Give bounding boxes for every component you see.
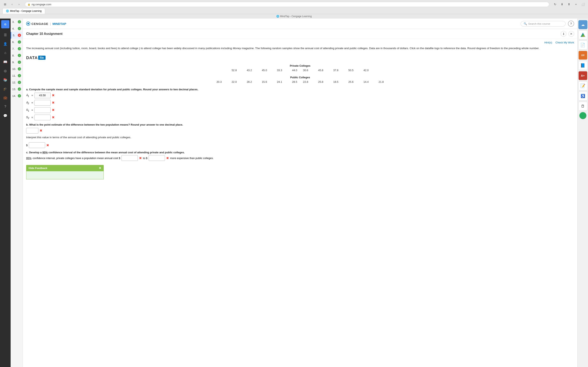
feedback-close-btn[interactable]: ✕: [99, 166, 101, 170]
question-number-4: 4.: [12, 27, 15, 30]
cengage-text: CENGAGE: [31, 22, 48, 25]
s2-error-icon[interactable]: ✖: [52, 115, 54, 119]
question-list: 3. ✓ 4. ✓ 5. ✕ 6. ✓ 7. ✓ 8. ✓ 9. ✓ 10. ✓: [11, 18, 23, 367]
cloud-tool-btn[interactable]: ☁: [579, 20, 587, 29]
ci-to-label: to $: [143, 157, 147, 160]
file-badge: file: [38, 56, 45, 60]
book-tool-btn[interactable]: 📘: [579, 61, 587, 70]
question-item-13[interactable]: 13. ✓: [11, 86, 23, 92]
docs-tool-btn[interactable]: 📄: [579, 41, 587, 50]
dollar-input[interactable]: [29, 142, 45, 148]
ci-lower-error-icon[interactable]: ✖: [139, 156, 142, 160]
briefcase-icon-btn[interactable]: 💼: [1, 94, 9, 102]
sidebar-toggle-btn[interactable]: ⊞: [2, 2, 8, 7]
s1-input[interactable]: [34, 107, 51, 113]
assignment-controls: ℹ ✕: [561, 31, 574, 37]
info-btn[interactable]: ℹ: [561, 31, 566, 37]
home-icon-btn[interactable]: ⌂: [1, 49, 9, 57]
x2-row: x̄2 = ✖: [26, 100, 574, 106]
question-number-13: 13.: [12, 88, 16, 91]
ci-lower-input[interactable]: [121, 155, 138, 161]
reload-btn[interactable]: ↻: [553, 2, 558, 7]
tab-favicon: 🌐: [6, 9, 9, 12]
action-bar: Hint(s) Check My Work: [26, 41, 574, 44]
datafile-logo[interactable]: DATA file: [26, 55, 45, 60]
office-tool-btn[interactable]: Off: [579, 51, 587, 60]
question-status-4: ✓: [18, 27, 21, 30]
question-status-9: ✓: [18, 60, 21, 64]
question-item-10[interactable]: 10. ✓: [11, 66, 23, 72]
active-tab[interactable]: 🌐 MindTap - Cengage Learning: [2, 8, 45, 14]
person-icon-btn[interactable]: 👤: [1, 40, 9, 48]
point-estimate-error-icon[interactable]: ✖: [40, 129, 42, 133]
dollar-error-icon[interactable]: ✖: [46, 143, 49, 147]
question-status-5: ✕: [18, 34, 21, 37]
question-item-3[interactable]: 3. ✓: [11, 18, 23, 25]
chart-icon-btn[interactable]: ◎: [1, 67, 9, 75]
part-a-text: a. Compute the sample mean and sample st…: [26, 88, 574, 91]
ci-upper-error-icon[interactable]: ✖: [166, 156, 169, 160]
x2-error-icon[interactable]: ✖: [52, 101, 54, 105]
question-item-12[interactable]: 12. ✓: [11, 79, 23, 86]
graduation-icon-btn[interactable]: 🎓: [1, 85, 9, 93]
confidence-pct: 95%: [43, 151, 48, 154]
private-data-row1: 52.8 43.2 45.0 33.3 44.0: [229, 69, 300, 72]
x1-error-icon[interactable]: ✖: [52, 93, 54, 97]
hints-link[interactable]: Hint(s): [544, 41, 552, 44]
notes-tool-btn[interactable]: 📝: [579, 81, 587, 90]
drive-tool-btn[interactable]: [579, 30, 587, 39]
expand-icon-btn[interactable]: ☰: [1, 31, 9, 39]
cengage-logo: CENGAGE | MINDTAP: [26, 22, 66, 26]
google-icon-btn[interactable]: G: [1, 20, 9, 28]
public-colleges-section: Public Colleges 20.3 22.0 28.2 15.6 24.1…: [26, 76, 574, 85]
accessibility-tool-btn[interactable]: ♿: [579, 92, 587, 100]
close-btn[interactable]: ✕: [568, 31, 574, 37]
magazine-text: Money: [233, 47, 241, 50]
cengage-logo-icon: [26, 22, 30, 26]
question-item-11[interactable]: 11. ✓: [11, 72, 23, 79]
book-open-icon-btn[interactable]: 📖: [1, 58, 9, 66]
interpret-text: Interpret this value in terms of the ann…: [26, 135, 574, 140]
s2-input[interactable]: [34, 115, 51, 120]
problem-text: The increasing annual cost (including tu…: [26, 46, 574, 50]
check-work-btn[interactable]: Check My Work: [555, 41, 574, 44]
courses-icon-btn[interactable]: 📚: [1, 76, 9, 84]
notes2-tool-btn[interactable]: 🗒: [579, 102, 587, 111]
question-number-11: 11.: [12, 74, 16, 77]
question-item-5[interactable]: 5. ✕: [11, 32, 23, 39]
help-sidebar-btn[interactable]: ?: [1, 103, 9, 111]
point-estimate-input[interactable]: [26, 128, 38, 133]
mindtap-text: MINDTAP: [52, 22, 66, 25]
ci-upper-input[interactable]: [149, 155, 165, 161]
windows-btn[interactable]: ⬜: [580, 2, 586, 7]
grade-tool-btn[interactable]: A+: [579, 71, 587, 80]
intro-text: The increasing annual cost (including tu…: [26, 47, 232, 50]
question-item-6[interactable]: 6. ✓: [11, 39, 23, 45]
question-number-8: 8.: [12, 54, 15, 57]
question-number-5: 5.: [13, 34, 15, 37]
question-number-12: 12.: [12, 81, 16, 84]
back-btn[interactable]: ‹: [9, 2, 15, 7]
question-number-10: 10.: [12, 67, 16, 71]
address-bar[interactable]: 🔒 ng.cengage.com: [25, 2, 549, 7]
profile-tool-btn[interactable]: [579, 112, 587, 119]
s1-error-icon[interactable]: ✖: [52, 108, 54, 112]
question-item-9[interactable]: 9. ✓: [11, 59, 23, 66]
question-item-14[interactable]: 14. ✓: [11, 92, 23, 99]
x2-input[interactable]: [34, 100, 51, 106]
question-item-8[interactable]: 8. ✓: [11, 52, 23, 59]
new-tab-btn[interactable]: +: [573, 2, 579, 7]
question-item-7[interactable]: 7. ✓: [11, 45, 23, 52]
public-data-row2: 22.8 25.8 18.5 25.6 14.4 21.8: [301, 80, 386, 83]
feedback-icon-btn[interactable]: 💬: [1, 111, 9, 120]
download-btn[interactable]: ⬇: [559, 2, 565, 7]
x1-input[interactable]: [34, 92, 51, 98]
question-item-4[interactable]: 4. ✓: [11, 25, 23, 32]
share-btn[interactable]: ⬆: [566, 2, 572, 7]
forward-btn[interactable]: ›: [16, 2, 22, 7]
search-box[interactable]: 🔍 Search this course: [521, 21, 566, 26]
dollar-input-row: $ ✖: [26, 142, 574, 148]
page-title-bar: 🌐 MindTap - Cengage Learning: [0, 14, 588, 18]
assignment-title: Chapter 10 Assignment: [26, 32, 62, 36]
help-btn[interactable]: ?: [568, 21, 574, 27]
